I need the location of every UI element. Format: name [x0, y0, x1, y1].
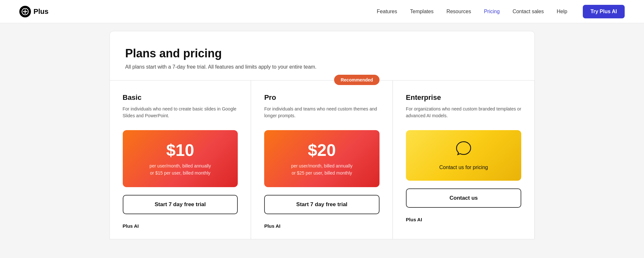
enterprise-plan-card: Enterprise For organizations who need cu… [393, 81, 534, 239]
page-title: Plans and pricing [125, 47, 519, 60]
enterprise-price-box: Contact us for pricing [406, 130, 522, 181]
pro-price-detail: per user/month, billed annually or $25 p… [272, 162, 372, 177]
pro-plan-name: Pro [264, 93, 380, 102]
pro-plan-card: Recommended Pro For individuals and team… [251, 81, 393, 239]
nav-help[interactable]: Help [557, 9, 567, 14]
logo-icon [19, 6, 31, 17]
enterprise-plus-ai-label: Plus AI [406, 217, 522, 222]
basic-price-box: $10 per user/month, billed annually or $… [123, 130, 238, 187]
nav-templates[interactable]: Templates [410, 9, 434, 14]
basic-plus-ai-label: Plus AI [123, 223, 238, 229]
pro-plus-ai-label: Plus AI [264, 223, 380, 229]
pro-plan-description: For individuals and teams who need custo… [264, 106, 380, 121]
try-plus-ai-button[interactable]: Try Plus AI [583, 5, 625, 18]
nav-menu: Features Templates Resources Pricing Con… [377, 9, 567, 14]
plans-header: Plans and pricing All plans start with a… [110, 31, 535, 81]
basic-plan-card: Basic For individuals who need to create… [110, 81, 251, 239]
basic-price-detail: per user/month, billed annually or $15 p… [130, 162, 230, 177]
logo-link[interactable]: Plus [19, 6, 48, 17]
nav-features[interactable]: Features [377, 9, 397, 14]
basic-price-amount: $10 [130, 140, 230, 160]
nav-resources[interactable]: Resources [447, 9, 471, 14]
pricing-grid: Basic For individuals who need to create… [110, 81, 535, 239]
logo-text: Plus [34, 7, 48, 16]
pro-cta-button[interactable]: Start 7 day free trial [264, 195, 380, 214]
enterprise-cta-button[interactable]: Contact us [406, 188, 522, 208]
basic-plan-description: For individuals who need to create basic… [123, 106, 238, 121]
navbar: Plus Features Templates Resources Pricin… [0, 0, 644, 23]
enterprise-contact-text: Contact us for pricing [439, 165, 488, 170]
enterprise-plan-name: Enterprise [406, 93, 522, 102]
pro-price-box: $20 per user/month, billed annually or $… [264, 130, 380, 187]
page-subtitle: All plans start with a 7-day free trial.… [125, 64, 519, 70]
basic-plan-name: Basic [123, 93, 238, 102]
pro-price-amount: $20 [272, 140, 372, 160]
nav-contact-sales[interactable]: Contact sales [513, 9, 544, 14]
recommended-badge: Recommended [334, 75, 379, 85]
nav-pricing[interactable]: Pricing [484, 9, 500, 14]
main-content: Plans and pricing All plans start with a… [90, 31, 554, 239]
basic-cta-button[interactable]: Start 7 day free trial [123, 195, 238, 214]
chat-icon [455, 140, 472, 161]
enterprise-plan-description: For organizations who need custom brande… [406, 106, 522, 121]
